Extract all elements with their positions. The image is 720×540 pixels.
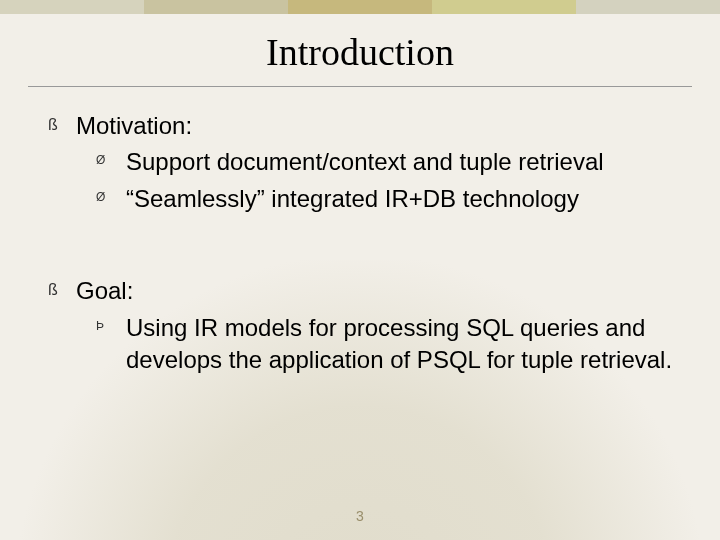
sub-bullet: “Seamlessly” integrated IR+DB technology — [96, 183, 680, 215]
sub-bullet-text: Using IR models for processing SQL queri… — [126, 314, 672, 373]
decorative-top-bars — [0, 0, 720, 14]
title-underline — [28, 86, 692, 87]
bullet-motivation: Motivation: Support document/context and… — [48, 110, 680, 215]
sub-bullet-text: “Seamlessly” integrated IR+DB technology — [126, 185, 579, 212]
bullet-goal-heading: Goal: — [76, 277, 133, 304]
sub-bullet: Support document/context and tuple retri… — [96, 146, 680, 178]
slide-body: Motivation: Support document/context and… — [48, 110, 680, 384]
sub-bullet: Using IR models for processing SQL queri… — [96, 312, 680, 377]
bullet-goal: Goal: Using IR models for processing SQL… — [48, 275, 680, 376]
bullet-motivation-heading: Motivation: — [76, 112, 192, 139]
sub-bullet-text: Support document/context and tuple retri… — [126, 148, 604, 175]
slide-title: Introduction — [0, 30, 720, 74]
page-number: 3 — [0, 508, 720, 524]
